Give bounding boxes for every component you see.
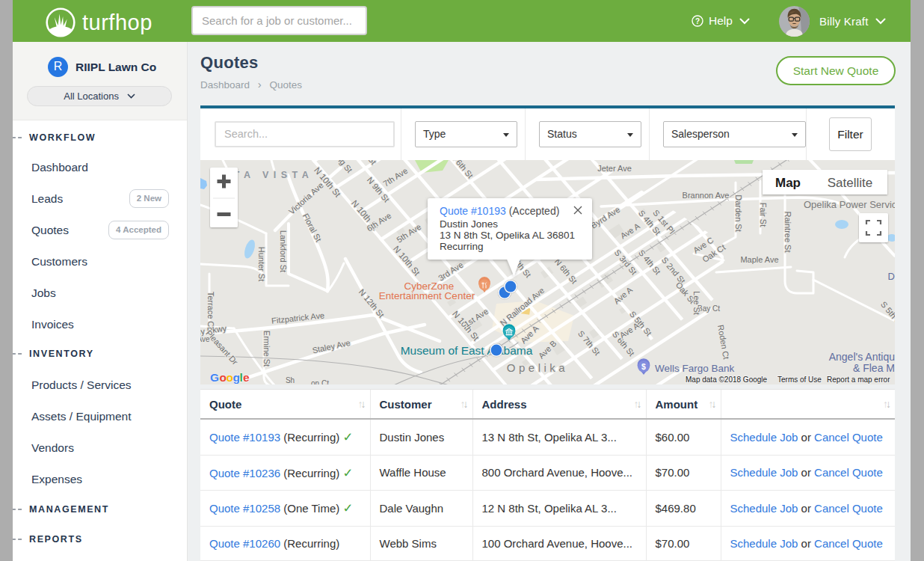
- svg-text:$: $: [641, 362, 646, 371]
- svg-text:13 N 8th St, Opelika AL 36801: 13 N 8th St, Opelika AL 36801: [440, 230, 575, 241]
- svg-text:Satellite: Satellite: [828, 176, 872, 190]
- svg-text:Dustin Jones: Dustin Jones: [440, 218, 498, 230]
- svg-text:D: D: [888, 271, 895, 282]
- svg-text:Entertainment Center: Entertainment Center: [379, 290, 475, 301]
- svg-text:Raintree St: Raintree St: [783, 211, 792, 252]
- svg-text:Terrace Ct: Terrace Ct: [206, 292, 215, 330]
- svg-text:& Flea M: & Flea M: [853, 362, 895, 374]
- svg-text:Lee St: Lee St: [692, 291, 701, 315]
- svg-text:Darden St: Darden St: [734, 194, 743, 232]
- svg-text:Report a map error: Report a map error: [827, 375, 890, 384]
- svg-text:Lankford St: Lankford St: [279, 230, 288, 272]
- svg-text:Map: Map: [775, 176, 801, 190]
- svg-text:Quote #10193 (Accepted): Quote #10193 (Accepted): [440, 205, 559, 217]
- svg-text:Terms of Use: Terms of Use: [777, 375, 822, 384]
- svg-text:Sh: Sh: [286, 376, 295, 384]
- svg-text:Wells Fargo Bank: Wells Fargo Bank: [655, 363, 735, 374]
- svg-text:Angel's Antiqu: Angel's Antiqu: [829, 351, 895, 363]
- svg-text:Museum of East Alabama: Museum of East Alabama: [401, 344, 533, 357]
- svg-text:Brannon Ave: Brannon Ave: [683, 191, 730, 200]
- svg-text:e: e: [243, 371, 250, 384]
- svg-text:Ermine St: Ermine St: [262, 331, 271, 367]
- svg-text:Recurring: Recurring: [440, 241, 484, 252]
- svg-text:on Ct: on Ct: [311, 379, 329, 384]
- svg-text:TA VISTA: TA VISTA: [234, 170, 314, 180]
- svg-text:Ave: Ave: [200, 335, 210, 343]
- svg-text:Fair St: Fair St: [759, 203, 768, 227]
- svg-text:?: ?: [695, 17, 700, 25]
- svg-text:Opelika Power Service: Opelika Power Service: [804, 199, 895, 210]
- svg-text:Jeter Ave: Jeter Ave: [597, 164, 632, 173]
- svg-text:Maple Ave: Maple Ave: [740, 255, 778, 264]
- svg-text:G: G: [210, 371, 219, 384]
- svg-text:Opelika: Opelika: [507, 361, 568, 374]
- svg-text:Hunter St: Hunter St: [257, 247, 266, 281]
- svg-text:Map data ©2018 Google: Map data ©2018 Google: [686, 375, 768, 384]
